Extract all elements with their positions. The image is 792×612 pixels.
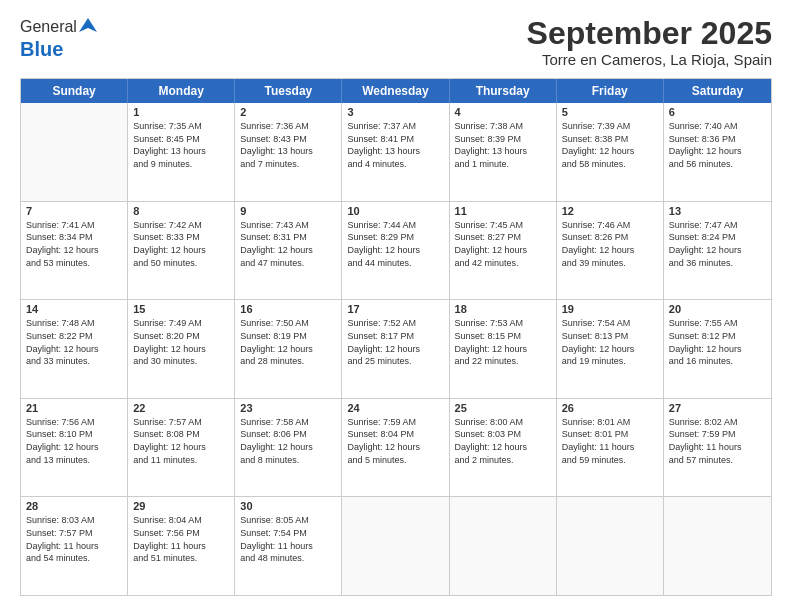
- day-number: 25: [455, 402, 551, 414]
- day-number: 8: [133, 205, 229, 217]
- calendar-cell-30: 30Sunrise: 8:05 AMSunset: 7:54 PMDayligh…: [235, 497, 342, 595]
- day-number: 26: [562, 402, 658, 414]
- cell-info: Sunrise: 7:37 AMSunset: 8:41 PMDaylight:…: [347, 120, 443, 170]
- day-number: 15: [133, 303, 229, 315]
- calendar-cell-empty-4-4: [450, 497, 557, 595]
- calendar-cell-29: 29Sunrise: 8:04 AMSunset: 7:56 PMDayligh…: [128, 497, 235, 595]
- calendar-cell-13: 13Sunrise: 7:47 AMSunset: 8:24 PMDayligh…: [664, 202, 771, 300]
- calendar-header-tuesday: Tuesday: [235, 79, 342, 103]
- logo-blue-text: Blue: [20, 38, 63, 60]
- cell-info: Sunrise: 7:55 AMSunset: 8:12 PMDaylight:…: [669, 317, 766, 367]
- calendar-cell-22: 22Sunrise: 7:57 AMSunset: 8:08 PMDayligh…: [128, 399, 235, 497]
- calendar-header-thursday: Thursday: [450, 79, 557, 103]
- calendar-cell-8: 8Sunrise: 7:42 AMSunset: 8:33 PMDaylight…: [128, 202, 235, 300]
- cell-info: Sunrise: 7:59 AMSunset: 8:04 PMDaylight:…: [347, 416, 443, 466]
- calendar-cell-15: 15Sunrise: 7:49 AMSunset: 8:20 PMDayligh…: [128, 300, 235, 398]
- calendar-row-2: 14Sunrise: 7:48 AMSunset: 8:22 PMDayligh…: [21, 300, 771, 399]
- calendar-cell-empty-4-3: [342, 497, 449, 595]
- cell-info: Sunrise: 8:05 AMSunset: 7:54 PMDaylight:…: [240, 514, 336, 564]
- calendar-cell-28: 28Sunrise: 8:03 AMSunset: 7:57 PMDayligh…: [21, 497, 128, 595]
- calendar-cell-26: 26Sunrise: 8:01 AMSunset: 8:01 PMDayligh…: [557, 399, 664, 497]
- cell-info: Sunrise: 7:47 AMSunset: 8:24 PMDaylight:…: [669, 219, 766, 269]
- header-right: September 2025 Torre en Cameros, La Rioj…: [527, 16, 772, 68]
- day-number: 4: [455, 106, 551, 118]
- calendar-cell-1: 1Sunrise: 7:35 AMSunset: 8:45 PMDaylight…: [128, 103, 235, 201]
- cell-info: Sunrise: 7:54 AMSunset: 8:13 PMDaylight:…: [562, 317, 658, 367]
- calendar-cell-17: 17Sunrise: 7:52 AMSunset: 8:17 PMDayligh…: [342, 300, 449, 398]
- day-number: 10: [347, 205, 443, 217]
- day-number: 13: [669, 205, 766, 217]
- calendar-body: 1Sunrise: 7:35 AMSunset: 8:45 PMDaylight…: [21, 103, 771, 595]
- location: Torre en Cameros, La Rioja, Spain: [527, 51, 772, 68]
- cell-info: Sunrise: 8:04 AMSunset: 7:56 PMDaylight:…: [133, 514, 229, 564]
- logo: General Blue: [20, 16, 97, 61]
- cell-info: Sunrise: 8:01 AMSunset: 8:01 PMDaylight:…: [562, 416, 658, 466]
- calendar-cell-27: 27Sunrise: 8:02 AMSunset: 7:59 PMDayligh…: [664, 399, 771, 497]
- calendar-cell-empty-4-6: [664, 497, 771, 595]
- day-number: 29: [133, 500, 229, 512]
- day-number: 22: [133, 402, 229, 414]
- cell-info: Sunrise: 7:39 AMSunset: 8:38 PMDaylight:…: [562, 120, 658, 170]
- day-number: 2: [240, 106, 336, 118]
- cell-info: Sunrise: 7:35 AMSunset: 8:45 PMDaylight:…: [133, 120, 229, 170]
- cell-info: Sunrise: 7:45 AMSunset: 8:27 PMDaylight:…: [455, 219, 551, 269]
- calendar-cell-23: 23Sunrise: 7:58 AMSunset: 8:06 PMDayligh…: [235, 399, 342, 497]
- day-number: 28: [26, 500, 122, 512]
- calendar-header-monday: Monday: [128, 79, 235, 103]
- calendar-cell-9: 9Sunrise: 7:43 AMSunset: 8:31 PMDaylight…: [235, 202, 342, 300]
- cell-info: Sunrise: 7:56 AMSunset: 8:10 PMDaylight:…: [26, 416, 122, 466]
- calendar-header-row: SundayMondayTuesdayWednesdayThursdayFrid…: [21, 79, 771, 103]
- cell-info: Sunrise: 7:58 AMSunset: 8:06 PMDaylight:…: [240, 416, 336, 466]
- calendar-cell-empty-0-0: [21, 103, 128, 201]
- calendar-cell-12: 12Sunrise: 7:46 AMSunset: 8:26 PMDayligh…: [557, 202, 664, 300]
- calendar-cell-6: 6Sunrise: 7:40 AMSunset: 8:36 PMDaylight…: [664, 103, 771, 201]
- calendar-cell-3: 3Sunrise: 7:37 AMSunset: 8:41 PMDaylight…: [342, 103, 449, 201]
- cell-info: Sunrise: 8:02 AMSunset: 7:59 PMDaylight:…: [669, 416, 766, 466]
- calendar-header-sunday: Sunday: [21, 79, 128, 103]
- calendar-row-3: 21Sunrise: 7:56 AMSunset: 8:10 PMDayligh…: [21, 399, 771, 498]
- cell-info: Sunrise: 7:40 AMSunset: 8:36 PMDaylight:…: [669, 120, 766, 170]
- day-number: 6: [669, 106, 766, 118]
- day-number: 7: [26, 205, 122, 217]
- calendar-cell-7: 7Sunrise: 7:41 AMSunset: 8:34 PMDaylight…: [21, 202, 128, 300]
- calendar: SundayMondayTuesdayWednesdayThursdayFrid…: [20, 78, 772, 596]
- day-number: 20: [669, 303, 766, 315]
- cell-info: Sunrise: 7:48 AMSunset: 8:22 PMDaylight:…: [26, 317, 122, 367]
- day-number: 23: [240, 402, 336, 414]
- cell-info: Sunrise: 7:41 AMSunset: 8:34 PMDaylight:…: [26, 219, 122, 269]
- month-title: September 2025: [527, 16, 772, 51]
- calendar-cell-25: 25Sunrise: 8:00 AMSunset: 8:03 PMDayligh…: [450, 399, 557, 497]
- cell-info: Sunrise: 8:03 AMSunset: 7:57 PMDaylight:…: [26, 514, 122, 564]
- calendar-header-wednesday: Wednesday: [342, 79, 449, 103]
- cell-info: Sunrise: 7:53 AMSunset: 8:15 PMDaylight:…: [455, 317, 551, 367]
- day-number: 9: [240, 205, 336, 217]
- logo-bird-icon: [79, 16, 97, 34]
- calendar-cell-empty-4-5: [557, 497, 664, 595]
- cell-info: Sunrise: 7:46 AMSunset: 8:26 PMDaylight:…: [562, 219, 658, 269]
- cell-info: Sunrise: 8:00 AMSunset: 8:03 PMDaylight:…: [455, 416, 551, 466]
- calendar-cell-20: 20Sunrise: 7:55 AMSunset: 8:12 PMDayligh…: [664, 300, 771, 398]
- day-number: 21: [26, 402, 122, 414]
- calendar-cell-10: 10Sunrise: 7:44 AMSunset: 8:29 PMDayligh…: [342, 202, 449, 300]
- calendar-cell-24: 24Sunrise: 7:59 AMSunset: 8:04 PMDayligh…: [342, 399, 449, 497]
- page: General Blue September 2025 Torre en Cam…: [0, 0, 792, 612]
- cell-info: Sunrise: 7:44 AMSunset: 8:29 PMDaylight:…: [347, 219, 443, 269]
- cell-info: Sunrise: 7:36 AMSunset: 8:43 PMDaylight:…: [240, 120, 336, 170]
- cell-info: Sunrise: 7:42 AMSunset: 8:33 PMDaylight:…: [133, 219, 229, 269]
- day-number: 1: [133, 106, 229, 118]
- day-number: 5: [562, 106, 658, 118]
- cell-info: Sunrise: 7:43 AMSunset: 8:31 PMDaylight:…: [240, 219, 336, 269]
- cell-info: Sunrise: 7:57 AMSunset: 8:08 PMDaylight:…: [133, 416, 229, 466]
- calendar-cell-5: 5Sunrise: 7:39 AMSunset: 8:38 PMDaylight…: [557, 103, 664, 201]
- day-number: 18: [455, 303, 551, 315]
- calendar-cell-11: 11Sunrise: 7:45 AMSunset: 8:27 PMDayligh…: [450, 202, 557, 300]
- calendar-row-1: 7Sunrise: 7:41 AMSunset: 8:34 PMDaylight…: [21, 202, 771, 301]
- day-number: 12: [562, 205, 658, 217]
- header: General Blue September 2025 Torre en Cam…: [20, 16, 772, 68]
- day-number: 3: [347, 106, 443, 118]
- logo-general-text: General: [20, 18, 77, 36]
- calendar-cell-16: 16Sunrise: 7:50 AMSunset: 8:19 PMDayligh…: [235, 300, 342, 398]
- calendar-row-0: 1Sunrise: 7:35 AMSunset: 8:45 PMDaylight…: [21, 103, 771, 202]
- cell-info: Sunrise: 7:49 AMSunset: 8:20 PMDaylight:…: [133, 317, 229, 367]
- calendar-cell-19: 19Sunrise: 7:54 AMSunset: 8:13 PMDayligh…: [557, 300, 664, 398]
